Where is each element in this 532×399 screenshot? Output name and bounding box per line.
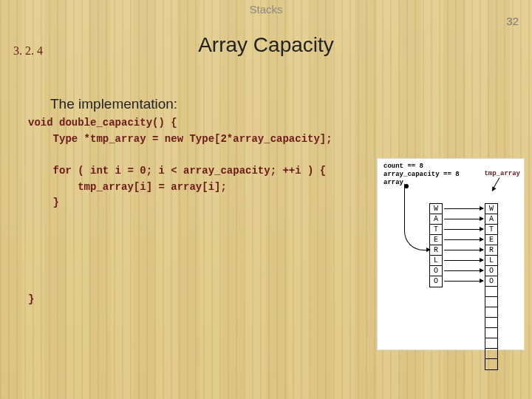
- array-cell: O: [485, 276, 497, 287]
- array-diagram: count == 8 array_capacity == 8 array tmp…: [377, 158, 525, 350]
- diagram-array-label: array: [383, 179, 403, 186]
- source-array: W A T E R L O O: [429, 203, 443, 287]
- array-cell: O: [430, 266, 442, 276]
- array-cell: R: [485, 245, 497, 256]
- code-block: void double_capacity() { Type *tmp_array…: [28, 115, 332, 307]
- array-cell: [485, 328, 497, 338]
- array-cell: [485, 297, 497, 307]
- copy-arrow: [444, 239, 483, 240]
- array-cell: L: [430, 256, 442, 266]
- pointer-curve: [404, 184, 429, 250]
- copy-arrow: [444, 229, 483, 230]
- copy-arrow: [444, 281, 483, 282]
- array-cell: T: [430, 225, 442, 235]
- array-cell: E: [430, 235, 442, 245]
- array-cell: [485, 349, 497, 359]
- code-line: }: [28, 197, 59, 208]
- copy-arrow: [444, 250, 483, 250]
- array-cell: O: [430, 276, 442, 287]
- diagram-tmp-label: tmp_array: [484, 170, 520, 177]
- code-line: tmp_array[i] = array[i];: [28, 181, 227, 193]
- code-line: for ( int i = 0; i < array_capacity; ++i…: [28, 165, 326, 177]
- array-cell: [485, 307, 497, 318]
- array-cell: A: [430, 214, 442, 225]
- page-number: 32: [506, 15, 519, 27]
- diagram-capacity-label: array_capacity == 8: [383, 171, 460, 178]
- slide-header: Stacks: [0, 0, 532, 16]
- tmp-array: W A T E R L O O: [485, 203, 498, 370]
- array-cell: [485, 287, 497, 297]
- array-cell: W: [430, 204, 442, 214]
- tmp-pointer-arrow: [492, 177, 500, 191]
- array-cell: W: [485, 204, 497, 214]
- slide: Stacks 32 3. 2. 4 Array Capacity The imp…: [0, 0, 532, 399]
- code-line: }: [28, 293, 34, 305]
- section-number: 3. 2. 4: [13, 44, 43, 58]
- array-cell: [485, 318, 497, 328]
- array-cell: [485, 338, 497, 349]
- array-cell: E: [485, 235, 497, 245]
- code-line: Type *tmp_array = new Type[2*array_capac…: [28, 133, 332, 145]
- array-cell: [485, 359, 497, 369]
- diagram-count-label: count == 8: [383, 163, 423, 170]
- array-cell: T: [485, 225, 497, 235]
- slide-title: Array Capacity: [0, 33, 532, 57]
- copy-arrow: [444, 270, 483, 271]
- copy-arrow: [444, 260, 483, 261]
- subtitle: The implementation:: [50, 96, 177, 112]
- copy-arrow: [444, 208, 483, 209]
- copy-arrow: [444, 219, 483, 219]
- array-cell: R: [430, 245, 442, 256]
- array-cell: O: [485, 266, 497, 276]
- code-line: void double_capacity() {: [28, 117, 177, 129]
- array-cell: A: [485, 214, 497, 225]
- array-cell: L: [485, 256, 497, 266]
